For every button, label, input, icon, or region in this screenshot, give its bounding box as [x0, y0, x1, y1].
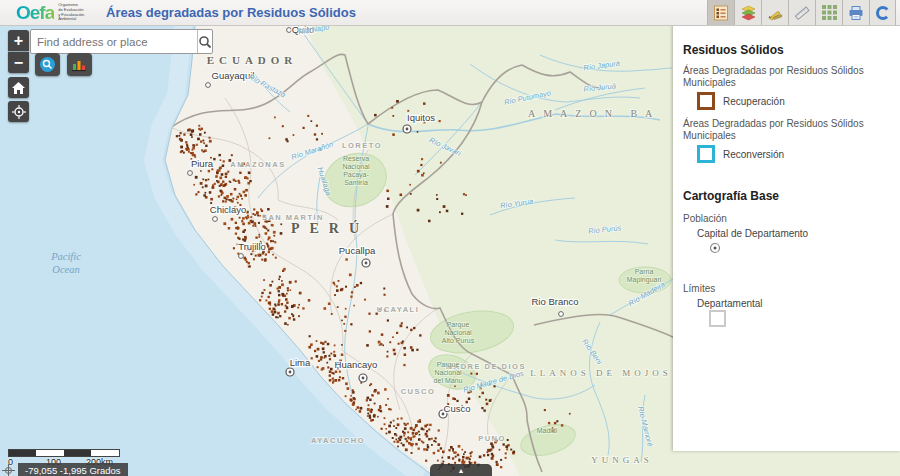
coordinate-readout: -79,055 -1,995 Grados	[18, 463, 128, 476]
caret-up-icon: ▲	[458, 467, 465, 474]
svg-text:Trujillo: Trujillo	[238, 241, 266, 252]
query-widget-button[interactable]	[35, 53, 60, 76]
svg-text:Ocean: Ocean	[52, 264, 79, 275]
oefa-wordmark: Oefa	[16, 1, 54, 24]
legend-icon	[713, 5, 729, 21]
circle-dot-icon	[709, 242, 721, 254]
svg-text:AMAZONAS: AMAZONAS	[230, 160, 285, 169]
svg-text:UCAYALI: UCAYALI	[377, 305, 419, 314]
svg-text:Rio Branco: Rio Branco	[532, 296, 579, 307]
map-canvas[interactable]: QuitoGuayaquilPiuraChiclayoTrujilloIquit…	[0, 25, 673, 476]
query-icon	[39, 56, 56, 73]
draw-icon	[767, 5, 783, 21]
legend-panel: Leyenda ▲ ✕ Residuos Sólidos Áreas Degra…	[673, 3, 900, 451]
basemap-gallery-widget-button[interactable]	[815, 0, 842, 25]
svg-text:Iquitos: Iquitos	[407, 112, 435, 123]
reconversion-swatch	[697, 145, 715, 163]
refresh-icon	[875, 5, 891, 21]
legend-section-heading: Cartografía Base	[683, 189, 890, 203]
legend-item-reconversion: Reconversión	[697, 145, 890, 163]
print-widget-button[interactable]	[842, 0, 869, 25]
measure-icon	[794, 5, 810, 21]
legend-widget-button[interactable]	[707, 0, 734, 25]
svg-text:Chiclayo: Chiclayo	[210, 204, 246, 215]
legend-item-label: Reconversión	[723, 149, 784, 160]
legend-group-poblacion: Población	[683, 213, 890, 224]
svg-text:del Manu: del Manu	[434, 377, 463, 384]
legend-item-capital: Capital de Departamento	[697, 228, 890, 239]
svg-text:CUSCO: CUSCO	[401, 387, 436, 396]
svg-text:Nacional: Nacional	[342, 163, 370, 170]
svg-text:Lima: Lima	[290, 357, 311, 368]
svg-text:Samiria: Samiria	[344, 179, 368, 186]
locate-icon	[12, 105, 26, 119]
svg-text:Huancayo: Huancayo	[335, 359, 378, 370]
measure-widget-button[interactable]	[788, 0, 815, 25]
search-icon	[198, 35, 212, 49]
print-icon	[848, 5, 864, 21]
svg-text:AYACUCHO: AYACUCHO	[311, 436, 365, 445]
svg-text:PERÚ: PERÚ	[291, 220, 369, 236]
svg-text:Parque: Parque	[437, 361, 460, 369]
locate-button[interactable]	[8, 101, 29, 122]
svg-text:PUNO: PUNO	[478, 434, 506, 443]
svg-text:Parna: Parna	[635, 268, 654, 275]
svg-text:Pacaya-: Pacaya-	[343, 171, 369, 179]
page-title: Áreas degradadas por Residuos Sólidos	[106, 0, 356, 25]
coordinate-widget: -79,055 -1,995 Grados	[2, 463, 128, 476]
legend-layer-name: Áreas Degradadas por Residuos Sólidos Mu…	[683, 65, 890, 89]
draw-widget-button[interactable]	[761, 0, 788, 25]
legend-group-limites: Límites	[683, 283, 890, 294]
oefa-logo-subtext: Organismo de Evaluación y Fiscalización …	[58, 3, 102, 21]
svg-text:Cusco: Cusco	[444, 403, 471, 414]
app-header: Oefa Organismo de Evaluación y Fiscaliza…	[0, 0, 900, 26]
chart-icon	[72, 58, 87, 72]
svg-text:YUNGAS: YUNGAS	[591, 455, 653, 465]
search-input[interactable]	[31, 30, 197, 53]
svg-text:LORETO: LORETO	[342, 141, 382, 150]
legend-layer-name: Áreas Degradadas por Residuos Sólidos Mu…	[683, 118, 890, 142]
svg-text:ECUADOR: ECUADOR	[207, 54, 298, 66]
oefa-logo: Oefa Organismo de Evaluación y Fiscaliza…	[16, 1, 102, 24]
svg-text:AMAZON BA: AMAZON BA	[528, 108, 660, 119]
svg-text:Nacional: Nacional	[434, 369, 462, 376]
attribute-table-toggle[interactable]: ▲	[430, 464, 492, 476]
app-window: Oefa Organismo de Evaluación y Fiscaliza…	[0, 0, 900, 476]
map-graphic: QuitoGuayaquilPiuraChiclayoTrujilloIquit…	[0, 25, 673, 476]
legend-item-recuperacion: Recuperación	[697, 92, 890, 110]
refresh-widget-button[interactable]	[869, 0, 896, 25]
search-box	[30, 29, 213, 54]
svg-text:Madidi: Madidi	[537, 427, 558, 434]
svg-text:Parque: Parque	[447, 321, 470, 329]
scale-bar-graphic	[8, 449, 120, 457]
svg-text:LLANOS DE MOJOS: LLANOS DE MOJOS	[530, 368, 672, 378]
svg-text:Alto Purús: Alto Purús	[442, 337, 475, 344]
svg-text:SAN MARTÍN: SAN MARTÍN	[262, 213, 324, 222]
layers-widget-button[interactable]	[734, 0, 761, 25]
toolbar	[707, 0, 896, 25]
search-button[interactable]	[197, 30, 212, 53]
zoom-in-button[interactable]: +	[8, 30, 29, 51]
legend-section-heading: Residuos Sólidos	[683, 43, 890, 57]
empty-square-symbol	[709, 310, 726, 327]
basemap-gallery-icon	[822, 5, 837, 20]
layers-icon	[740, 5, 757, 21]
svg-text:Pacific: Pacific	[50, 251, 81, 262]
svg-text:Pucallpa: Pucallpa	[339, 245, 376, 256]
legend-item-departamental: Departamental	[697, 298, 890, 309]
home-icon	[12, 82, 25, 94]
home-button[interactable]	[8, 77, 29, 98]
legend-item-label: Recuperación	[723, 96, 785, 107]
svg-text:Nacional: Nacional	[444, 329, 472, 336]
svg-text:Reserva: Reserva	[343, 155, 369, 162]
chart-widget-button[interactable]	[67, 53, 92, 76]
svg-text:Piura: Piura	[191, 158, 214, 169]
zoom-out-button[interactable]: −	[8, 52, 29, 73]
recuperacion-swatch	[697, 92, 715, 110]
crosshair-cursor-icon[interactable]	[2, 464, 15, 476]
